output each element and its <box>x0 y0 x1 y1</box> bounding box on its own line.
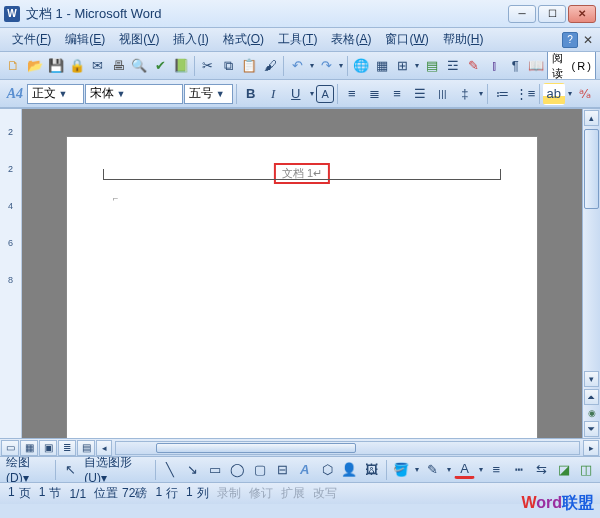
line-color-button[interactable]: ✎ <box>423 459 443 481</box>
research-button[interactable]: 📗 <box>171 55 191 77</box>
redo-dropdown[interactable]: ▾ <box>337 61 344 70</box>
book-icon[interactable]: 📖 <box>526 55 546 77</box>
maximize-button[interactable]: ☐ <box>538 5 566 23</box>
char-border-button[interactable]: A <box>316 85 334 103</box>
oval-tool[interactable]: ◯ <box>227 459 247 481</box>
menu-window[interactable]: 窗口(W) <box>379 28 434 51</box>
menu-tools[interactable]: 工具(T) <box>272 28 323 51</box>
menu-view[interactable]: 视图(V) <box>113 28 165 51</box>
reading-view-button[interactable]: ▤ <box>77 440 95 456</box>
undo-button[interactable]: ↶ <box>287 55 307 77</box>
scroll-track[interactable] <box>583 127 600 370</box>
line-spacing-button[interactable]: ‡ <box>454 83 476 105</box>
textbox-tool[interactable]: ▢ <box>250 459 270 481</box>
styles-pane-button[interactable]: A4 <box>4 83 26 105</box>
autoshapes-menu[interactable]: 自选图形(U)▾ <box>82 456 151 482</box>
scroll-down-button[interactable]: ▾ <box>584 371 599 387</box>
help-question-icon[interactable]: ? <box>562 32 578 48</box>
fontcolor-dropdown[interactable]: ▾ <box>477 465 484 474</box>
copy-button[interactable]: ⧉ <box>219 55 239 77</box>
picture-tool[interactable]: 🖼 <box>362 459 382 481</box>
distribute-button[interactable]: ⫼ <box>431 83 453 105</box>
menu-insert[interactable]: 插入(I) <box>167 28 214 51</box>
underline-dropdown[interactable]: ▾ <box>308 89 316 98</box>
menu-edit[interactable]: 编辑(E) <box>59 28 111 51</box>
line-spacing-dropdown[interactable]: ▾ <box>477 89 485 98</box>
highlight-dropdown[interactable]: ▾ <box>566 89 574 98</box>
font-combo[interactable]: 宋体▼ <box>85 84 183 104</box>
italic-button[interactable]: I <box>262 83 284 105</box>
spellcheck-button[interactable]: ✔ <box>150 55 170 77</box>
fill-color-button[interactable]: 🪣 <box>391 459 411 481</box>
numbering-button[interactable]: ≔ <box>491 83 513 105</box>
line-style-button[interactable]: ≡ <box>486 459 506 481</box>
scroll-right-button[interactable]: ▸ <box>583 440 599 456</box>
hyperlink-button[interactable]: 🌐 <box>351 55 371 77</box>
shadow-button[interactable]: ◪ <box>553 459 573 481</box>
undo-dropdown[interactable]: ▾ <box>308 61 315 70</box>
line-tool[interactable]: ╲ <box>160 459 180 481</box>
bold-button[interactable]: B <box>240 83 262 105</box>
fontsize-combo[interactable]: 五号▼ <box>184 84 233 104</box>
clipart-tool[interactable]: 👤 <box>339 459 359 481</box>
linecolor-dropdown[interactable]: ▾ <box>445 465 452 474</box>
print-preview-button[interactable]: 🔍 <box>129 55 149 77</box>
reading-layout-button[interactable]: 阅读(R) <box>547 52 596 80</box>
show-marks-button[interactable]: ¶ <box>505 55 525 77</box>
align-justify-button[interactable]: ☰ <box>409 83 431 105</box>
vertical-ruler[interactable]: 22468 <box>0 109 22 438</box>
fill-dropdown[interactable]: ▾ <box>413 465 420 474</box>
header-text[interactable]: 文档 1↵ <box>274 163 330 184</box>
cut-button[interactable]: ✂ <box>198 55 218 77</box>
columns-button[interactable]: ☲ <box>443 55 463 77</box>
document-area[interactable]: 文档 1↵ ⌐ <box>22 109 582 438</box>
arrow-style-button[interactable]: ⇆ <box>531 459 551 481</box>
menu-file[interactable]: 文件(F) <box>6 28 57 51</box>
hscroll-thumb[interactable] <box>156 443 356 453</box>
scroll-thumb[interactable] <box>584 129 599 209</box>
prev-page-button[interactable]: ⏶ <box>584 389 599 405</box>
dash-style-button[interactable]: ┅ <box>509 459 529 481</box>
highlight-button[interactable]: ab <box>543 83 565 105</box>
underline-button[interactable]: U <box>285 83 307 105</box>
new-doc-button[interactable]: 🗋 <box>4 55 24 77</box>
next-page-button[interactable]: ⏷ <box>584 421 599 437</box>
menu-table[interactable]: 表格(A) <box>325 28 377 51</box>
docmap-button[interactable]: ⫿ <box>485 55 505 77</box>
email-button[interactable]: ✉ <box>88 55 108 77</box>
draw-menu[interactable]: 绘图(D)▾ <box>4 456 51 482</box>
vertical-textbox-tool[interactable]: ⊟ <box>272 459 292 481</box>
insert-table-dropdown[interactable]: ▾ <box>414 61 421 70</box>
horizontal-scrollbar[interactable] <box>115 441 580 455</box>
vertical-scrollbar[interactable]: ▴ ▾ ⏶ ◉ ⏷ <box>582 109 600 438</box>
menu-format[interactable]: 格式(O) <box>217 28 270 51</box>
menu-help[interactable]: 帮助(H) <box>437 28 490 51</box>
format-painter-button[interactable]: 🖌 <box>260 55 280 77</box>
close-button[interactable]: ✕ <box>568 5 596 23</box>
tables-borders-button[interactable]: ▦ <box>372 55 392 77</box>
scroll-up-button[interactable]: ▴ <box>584 110 599 126</box>
open-button[interactable]: 📂 <box>25 55 45 77</box>
web-view-button[interactable]: ▦ <box>20 440 38 456</box>
print-button[interactable]: 🖶 <box>108 55 128 77</box>
outline-view-button[interactable]: ≣ <box>58 440 76 456</box>
excel-button[interactable]: ▤ <box>422 55 442 77</box>
browse-object-button[interactable]: ◉ <box>584 407 599 419</box>
permissions-button[interactable]: 🔒 <box>67 55 87 77</box>
align-right-button[interactable]: ≡ <box>386 83 408 105</box>
align-center-button[interactable]: ≣ <box>364 83 386 105</box>
bullets-button[interactable]: ⋮≡ <box>514 83 536 105</box>
3d-button[interactable]: ◫ <box>576 459 596 481</box>
wordart-tool[interactable]: A <box>294 459 314 481</box>
select-objects-button[interactable]: ↖ <box>60 459 80 481</box>
print-view-button[interactable]: ▣ <box>39 440 57 456</box>
rectangle-tool[interactable]: ▭ <box>205 459 225 481</box>
normal-view-button[interactable]: ▭ <box>1 440 19 456</box>
align-left-button[interactable]: ≡ <box>341 83 363 105</box>
drawing-toggle-button[interactable]: ✎ <box>464 55 484 77</box>
save-button[interactable]: 💾 <box>46 55 66 77</box>
arrow-tool[interactable]: ↘ <box>183 459 203 481</box>
asian-layout-button[interactable]: ᵃ⁄ₐ <box>574 83 596 105</box>
redo-button[interactable]: ↷ <box>316 55 336 77</box>
scroll-left-button[interactable]: ◂ <box>96 440 112 456</box>
